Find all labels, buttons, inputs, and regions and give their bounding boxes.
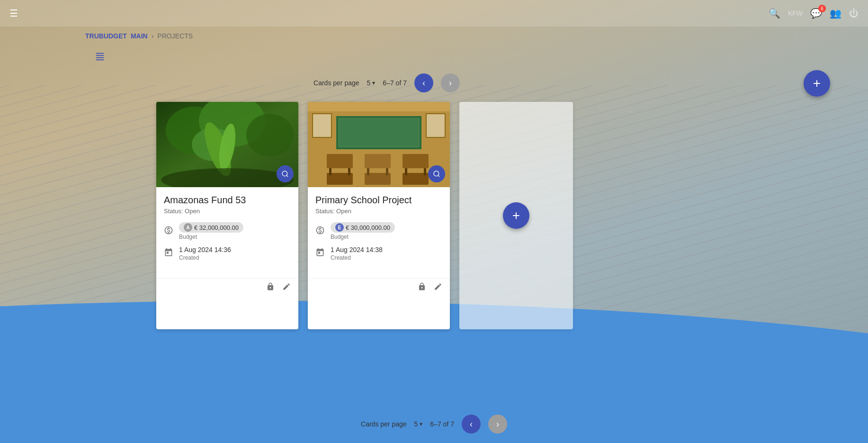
- cards-per-page-label-bottom: Cards per page: [361, 420, 407, 428]
- lock-icon-amazonas[interactable]: [266, 282, 275, 293]
- power-icon[interactable]: ⏻: [849, 8, 859, 19]
- per-page-value: 5: [367, 79, 371, 87]
- top-navigation: ☰ 🔍 KFW 💬 6 👥 ⏻: [0, 0, 868, 27]
- date-value-primary: 1 Aug 2024 14:38: [331, 246, 383, 253]
- svg-rect-30: [405, 168, 407, 175]
- cards-per-page-label: Cards per page: [313, 79, 359, 87]
- card-body-primary: Primary School Project Status: Open E € …: [308, 187, 450, 274]
- per-page-chevron: ▾: [372, 80, 375, 86]
- breadcrumb-separator: ›: [152, 32, 154, 40]
- date-label-amazonas: Created: [179, 254, 231, 261]
- edit-icon-primary[interactable]: [434, 282, 442, 293]
- card-title-amazonas: Amazonas Fund 53: [164, 195, 291, 206]
- user-label: KFW: [788, 9, 803, 17]
- date-label-primary: Created: [331, 254, 383, 261]
- svg-rect-28: [367, 168, 369, 175]
- budget-icon-primary: [315, 226, 325, 237]
- breadcrumb-main[interactable]: MAIN: [131, 32, 148, 40]
- empty-card: +: [459, 102, 573, 329]
- card-primary-school: Primary School Project Status: Open E € …: [308, 102, 450, 329]
- calendar-icon-amazonas: [164, 248, 173, 260]
- svg-rect-20: [327, 154, 353, 168]
- pagination-top: Cards per page 5 ▾ 6–7 of 7 ‹ ›: [0, 73, 773, 92]
- svg-rect-2: [96, 57, 104, 58]
- zoom-button-primary[interactable]: [428, 165, 445, 182]
- page-info-bottom: 6–7 of 7: [430, 420, 454, 428]
- per-page-select[interactable]: 5 ▾: [367, 79, 376, 87]
- search-icon[interactable]: 🔍: [769, 8, 780, 19]
- per-page-select-bottom[interactable]: 5 ▾: [414, 420, 423, 428]
- svg-point-12: [282, 171, 287, 176]
- notifications-icon[interactable]: 💬 6: [810, 8, 822, 19]
- card-image-wrapper-primary: [308, 102, 450, 187]
- date-value-amazonas: 1 Aug 2024 14:36: [179, 246, 231, 253]
- card-body-amazonas: Amazonas Fund 53 Status: Open A € 32,000…: [156, 187, 298, 274]
- card-budget-row-amazonas: A € 32,000,000.00 Budget: [164, 222, 291, 240]
- budget-circle-amazonas: A: [184, 223, 192, 232]
- hamburger-icon[interactable]: ☰: [9, 8, 18, 19]
- people-icon[interactable]: 👥: [830, 8, 841, 19]
- card-status-amazonas: Status: Open: [164, 208, 291, 215]
- svg-rect-29: [386, 168, 388, 175]
- svg-rect-26: [329, 168, 331, 175]
- card-amazonas: Amazonas Fund 53 Status: Open A € 32,000…: [156, 102, 298, 329]
- next-page-button[interactable]: ›: [441, 73, 460, 92]
- notification-badge: 6: [818, 5, 826, 12]
- breadcrumb-projects: PROJECTS: [157, 32, 193, 40]
- card-title-primary: Primary School Project: [315, 195, 442, 206]
- card-date-row-primary: 1 Aug 2024 14:38 Created: [315, 246, 442, 261]
- prev-page-button[interactable]: ‹: [414, 73, 433, 92]
- card-status-primary: Status: Open: [315, 208, 442, 215]
- budget-amount-primary: € 30,000,000.00: [346, 224, 390, 231]
- pagination-bottom: Cards per page 5 ▾ 6–7 of 7 ‹ ›: [0, 415, 868, 434]
- svg-point-32: [434, 171, 439, 176]
- budget-label-amazonas: Budget: [179, 234, 243, 240]
- next-page-button-bottom[interactable]: ›: [488, 415, 507, 434]
- budget-badge-amazonas: A € 32,000,000.00: [179, 222, 243, 233]
- page-info-top: 6–7 of 7: [383, 79, 407, 87]
- date-info-primary: 1 Aug 2024 14:38 Created: [331, 246, 383, 261]
- svg-rect-22: [403, 154, 429, 168]
- calendar-icon-primary: [315, 248, 325, 260]
- prev-page-button-bottom[interactable]: ‹: [462, 415, 481, 434]
- budget-label-primary: Budget: [331, 234, 395, 240]
- add-project-button[interactable]: +: [804, 70, 830, 97]
- card-actions-primary: [308, 278, 450, 301]
- svg-rect-18: [313, 114, 331, 137]
- budget-icon-amazonas: [164, 226, 173, 237]
- svg-rect-21: [365, 154, 391, 168]
- breadcrumb-trubudget[interactable]: TRUBUDGET: [85, 32, 127, 40]
- svg-rect-1: [96, 55, 104, 56]
- svg-rect-0: [96, 53, 104, 54]
- list-view-button[interactable]: [95, 51, 105, 64]
- svg-point-7: [246, 114, 294, 156]
- svg-line-13: [286, 175, 288, 177]
- card-actions-amazonas: [156, 278, 298, 301]
- budget-info-primary: E € 30,000,000.00 Budget: [331, 222, 395, 240]
- cards-container: Amazonas Fund 53 Status: Open A € 32,000…: [156, 102, 573, 329]
- svg-rect-3: [96, 59, 104, 60]
- budget-badge-primary: E € 30,000,000.00: [331, 222, 395, 233]
- add-card-button[interactable]: +: [503, 202, 529, 229]
- card-image-wrapper-amazonas: [156, 102, 298, 187]
- per-page-chevron-bottom: ▾: [420, 421, 422, 427]
- budget-circle-primary: E: [335, 223, 344, 232]
- svg-rect-19: [426, 114, 445, 137]
- nav-right: 🔍 KFW 💬 6 👥 ⏻: [769, 8, 859, 19]
- zoom-button-amazonas[interactable]: [277, 165, 294, 182]
- card-budget-row-primary: E € 30,000,000.00 Budget: [315, 222, 442, 240]
- svg-line-33: [438, 175, 439, 177]
- lock-icon-primary[interactable]: [418, 282, 426, 293]
- card-date-row-amazonas: 1 Aug 2024 14:36 Created: [164, 246, 291, 261]
- per-page-value-bottom: 5: [414, 420, 418, 428]
- date-info-amazonas: 1 Aug 2024 14:36 Created: [179, 246, 231, 261]
- nav-left: ☰: [9, 8, 18, 19]
- svg-rect-27: [348, 168, 350, 175]
- svg-rect-17: [339, 118, 419, 147]
- breadcrumb: TRUBUDGET MAIN › PROJECTS: [85, 27, 193, 45]
- svg-rect-31: [424, 168, 426, 175]
- edit-icon-amazonas[interactable]: [282, 282, 291, 293]
- budget-amount-amazonas: € 32,000,000.00: [194, 224, 239, 231]
- budget-info-amazonas: A € 32,000,000.00 Budget: [179, 222, 243, 240]
